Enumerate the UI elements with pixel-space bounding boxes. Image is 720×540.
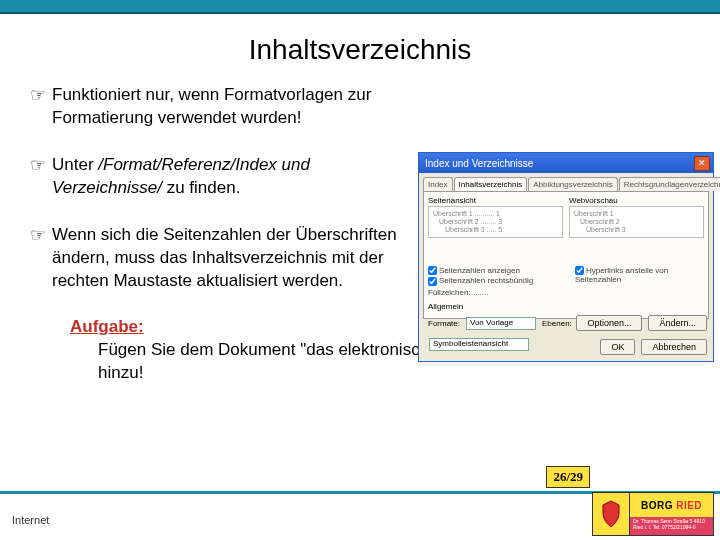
bullet-icon: ☞ xyxy=(30,154,52,200)
format-select[interactable]: Von Vorlage xyxy=(466,317,536,330)
tab-index[interactable]: Index xyxy=(423,177,453,191)
logo-text: BORG RIED xyxy=(630,493,713,517)
bullet-icon: ☞ xyxy=(30,224,52,293)
tab-toc[interactable]: Inhaltsverzeichnis xyxy=(454,177,528,191)
bullet-item: ☞ Funktioniert nur, wenn Formatvorlagen … xyxy=(30,84,410,130)
page-title: Inhaltsverzeichnis xyxy=(0,34,720,66)
toolbar-view-select[interactable]: Symbolleistenansicht xyxy=(429,338,529,351)
logo-address: Dr. Thomas Senn Straße 5 4910 Ried i. I.… xyxy=(630,517,713,535)
format-label: Formate: xyxy=(428,319,460,328)
school-logo: BORG RIED Dr. Thomas Senn Straße 5 4910 … xyxy=(592,492,714,536)
dialog-body: Seitenansicht Überschrift 1 .......... 1… xyxy=(423,191,709,319)
bullet-text: Wenn sich die Seitenzahlen der Überschri… xyxy=(52,224,410,293)
bullet-item: ☞ Wenn sich die Seitenzahlen der Übersch… xyxy=(30,224,410,293)
close-button[interactable]: ✕ xyxy=(694,156,710,171)
preview-left: Überschrift 1 .......... 1 Überschrift 2… xyxy=(428,206,563,238)
options-button[interactable]: Optionen... xyxy=(576,315,642,331)
dialog-index-and-toc: Index und Verzeichnisse ✕ Index Inhaltsv… xyxy=(418,152,714,362)
preview-right: Überschrift 1 Überschrift 2 Überschrift … xyxy=(569,206,704,238)
group-label: Allgemein xyxy=(428,302,704,311)
tab-figures[interactable]: Abbildungsverzeichnis xyxy=(528,177,618,191)
preview-left-label: Seitenansicht xyxy=(428,196,563,205)
dialog-title: Index und Verzeichnisse xyxy=(425,158,533,169)
dialog-titlebar: Index und Verzeichnisse ✕ xyxy=(419,153,713,173)
footer-label: Internet xyxy=(12,514,49,526)
tabfill-row: Füllzeichen: ....... xyxy=(428,288,557,297)
bullet-text: Funktioniert nur, wenn Formatvorlagen zu… xyxy=(52,84,410,130)
text-pre: Unter xyxy=(52,155,98,174)
modify-button[interactable]: Ändern... xyxy=(648,315,707,331)
bullet-item: ☞ Unter /Format/Referenz/Index und Verze… xyxy=(30,154,410,200)
bullet-icon: ☞ xyxy=(30,84,52,130)
levels-label: Ebenen: xyxy=(542,319,572,328)
toolbar-view-row: Symbolleistenansicht xyxy=(429,338,529,351)
dialog-tabs: Index Inhaltsverzeichnis Abbildungsverze… xyxy=(419,173,713,191)
tabfill-select[interactable]: ....... xyxy=(473,288,513,297)
checkbox-hyperlinks[interactable]: Hyperlinks anstelle von Seitenzahlen xyxy=(575,266,704,284)
slide-top-bar xyxy=(0,0,720,14)
cancel-button[interactable]: Abbrechen xyxy=(641,339,707,355)
tab-legal[interactable]: Rechtsgrundlagenverzeichnis xyxy=(619,177,720,191)
crest-icon xyxy=(592,492,630,536)
text-post: zu finden. xyxy=(162,178,240,197)
checkbox-show-pages[interactable]: Seitenzahlen anzeigen xyxy=(428,266,557,275)
ok-button[interactable]: OK xyxy=(600,339,635,355)
preview-right-label: Webvorschau xyxy=(569,196,704,205)
checkbox-align-right[interactable]: Seitenzahlen rechtsbündig xyxy=(428,276,557,285)
bullet-text: Unter /Format/Referenz/Index und Verzeic… xyxy=(52,154,410,200)
page-number-badge: 26/29 xyxy=(546,466,590,488)
